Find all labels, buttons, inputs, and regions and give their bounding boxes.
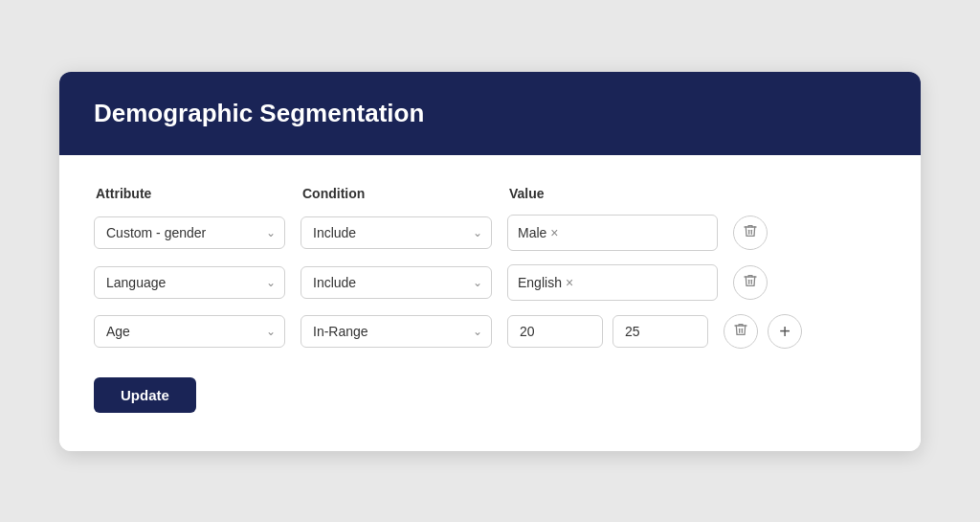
condition-select[interactable]: IncludeExcludeIn-Range <box>301 315 492 348</box>
value-range-wrapper <box>507 315 708 348</box>
delete-row-button[interactable] <box>733 216 768 250</box>
range-min-input[interactable] <box>507 315 603 348</box>
tag: English × <box>518 275 573 290</box>
attribute-select-wrapper: Custom - genderLanguageAgeCountryCity <box>94 315 285 348</box>
tag: Male × <box>518 225 559 240</box>
rows-container: Custom - genderLanguageAgeCountryCityInc… <box>94 215 886 349</box>
main-card: Demographic Segmentation Attribute Condi… <box>59 72 921 451</box>
row-actions <box>733 265 768 300</box>
condition-header: Condition <box>302 186 494 201</box>
card-header: Demographic Segmentation <box>59 72 921 155</box>
row-actions <box>733 216 768 250</box>
card-body: Attribute Condition Value Custom - gende… <box>59 155 921 451</box>
value-header: Value <box>509 186 720 201</box>
tag-close-icon[interactable]: × <box>550 226 558 239</box>
page-title: Demographic Segmentation <box>94 99 886 128</box>
column-headers: Attribute Condition Value <box>94 186 886 201</box>
condition-select-wrapper: IncludeExcludeIn-Range <box>301 266 492 299</box>
condition-select[interactable]: IncludeExcludeIn-Range <box>301 266 492 299</box>
range-max-input[interactable] <box>612 315 708 348</box>
table-row: Custom - genderLanguageAgeCountryCityInc… <box>94 215 886 251</box>
trash-icon <box>743 223 758 242</box>
trash-icon <box>733 322 748 341</box>
delete-row-button[interactable] <box>724 314 758 349</box>
condition-select-wrapper: IncludeExcludeIn-Range <box>301 216 492 249</box>
value-tag-input[interactable]: English × <box>507 264 718 301</box>
attribute-select[interactable]: Custom - genderLanguageAgeCountryCity <box>94 266 285 299</box>
table-row: Custom - genderLanguageAgeCountryCityInc… <box>94 264 886 301</box>
attribute-select-wrapper: Custom - genderLanguageAgeCountryCity <box>94 266 285 299</box>
attribute-select-wrapper: Custom - genderLanguageAgeCountryCity <box>94 216 285 249</box>
delete-row-button[interactable] <box>733 265 768 300</box>
value-tag-input[interactable]: Male × <box>507 215 718 251</box>
condition-select[interactable]: IncludeExcludeIn-Range <box>301 216 492 249</box>
attribute-select[interactable]: Custom - genderLanguageAgeCountryCity <box>94 315 285 348</box>
plus-icon: + <box>779 322 791 341</box>
tag-close-icon[interactable]: × <box>566 276 573 289</box>
table-row: Custom - genderLanguageAgeCountryCityInc… <box>94 314 886 349</box>
attribute-select[interactable]: Custom - genderLanguageAgeCountryCity <box>94 216 285 249</box>
attribute-header: Attribute <box>96 186 287 201</box>
update-button[interactable]: Update <box>94 377 196 413</box>
condition-select-wrapper: IncludeExcludeIn-Range <box>301 315 492 348</box>
row-actions: + <box>724 314 802 349</box>
trash-icon <box>743 273 758 292</box>
add-row-button[interactable]: + <box>768 314 802 349</box>
